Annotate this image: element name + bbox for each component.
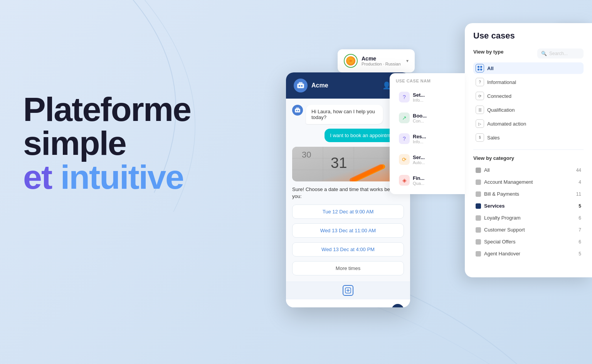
cat-services-count: 5 [579, 203, 581, 209]
uc-icon-1: ? [399, 92, 410, 102]
cat-support-dot [476, 227, 481, 233]
type-sales-icon: ＄ [476, 133, 484, 142]
cat-loyalty-label: Loyalty Program [484, 215, 521, 221]
svg-rect-10 [296, 107, 299, 110]
type-connected[interactable]: ⟳ Connected [473, 90, 584, 102]
uc-text-3: Res... Info... [413, 134, 426, 144]
use-case-card-5[interactable]: ◈ Fin... Qua... [396, 172, 459, 189]
type-sales-label: Sales [487, 135, 500, 141]
type-connected-label: Connected [487, 93, 511, 99]
cat-services-label: Services [484, 203, 505, 209]
chat-input-bar [286, 299, 410, 307]
uc-sub-4: Auto... [413, 160, 425, 165]
type-all[interactable]: All [473, 62, 584, 74]
cat-support[interactable]: Customer Support 7 [473, 225, 584, 235]
view-by-category-label: View by category [473, 155, 584, 161]
cat-loyalty-dot [476, 215, 481, 221]
cat-all-label: All [484, 167, 489, 173]
svg-rect-30 [480, 69, 482, 70]
svg-point-11 [296, 110, 297, 111]
svg-point-12 [298, 110, 299, 111]
type-sales[interactable]: ＄ Sales [473, 132, 584, 143]
type-connected-icon: ⟳ [476, 92, 484, 100]
type-qualification[interactable]: ☰ Qualification [473, 104, 584, 116]
cat-loyalty-count: 6 [579, 215, 581, 221]
svg-rect-6 [299, 82, 303, 85]
svg-rect-27 [478, 66, 479, 68]
type-info-icon: ? [476, 78, 484, 86]
cat-loyalty[interactable]: Loyalty Program 6 [473, 213, 584, 223]
cat-account-dot [476, 179, 481, 185]
cat-bill-count: 11 [576, 191, 581, 197]
use-case-cards-panel: Use case nam ? Set... Info... ↗ Boo... C… [390, 73, 465, 194]
user-message-1: I want to book an appointment. [292, 129, 404, 142]
svg-text:31: 31 [331, 155, 347, 171]
send-button[interactable] [392, 304, 404, 307]
chat-input[interactable] [292, 307, 388, 307]
acme-selector[interactable]: Acme Production · Russian ▾ [338, 49, 415, 72]
use-case-name-header: Use case nam [396, 79, 459, 83]
hero-line3-intuitive: intuitive [61, 158, 183, 196]
uc-name-3: Res... [413, 134, 426, 139]
cat-services[interactable]: Services 5 [473, 201, 584, 211]
cat-all-dot [476, 168, 481, 173]
svg-text:30: 30 [302, 150, 311, 159]
hero-line3-et: et [23, 158, 61, 196]
type-automated-icon: ▷ [476, 119, 484, 128]
more-times-button[interactable]: More times [292, 261, 404, 275]
hero-line3: et intuitive [23, 160, 191, 194]
cat-account[interactable]: Account Management 4 [473, 177, 584, 187]
view-by-type-section: View by type 🔍 Search... All ? [473, 49, 584, 143]
svg-point-7 [299, 85, 300, 87]
chat-header-name: Acme [311, 82, 378, 89]
cat-handover-label: Agent Handover [484, 251, 520, 257]
use-case-card-4[interactable]: ⟳ Ser... Auto... [396, 151, 459, 168]
calendar-image: 30 31 [292, 147, 404, 181]
acme-dropdown-icon[interactable]: ▾ [406, 58, 409, 64]
cat-handover[interactable]: Agent Handover 5 [473, 248, 584, 259]
cat-handover-count: 5 [579, 251, 581, 257]
search-placeholder: Search... [549, 51, 568, 56]
attachment-bar [286, 282, 410, 299]
use-cases-title: Use cases [473, 31, 584, 41]
type-qualification-label: Qualification [487, 107, 515, 113]
cat-offers[interactable]: Special Offers 6 [473, 237, 584, 247]
hero-line1: Plateforme [23, 92, 191, 126]
uc-sub-2: Con... [413, 119, 427, 123]
type-automated[interactable]: ▷ Automated action [473, 118, 584, 129]
view-by-category-section: View by category All 44 Account Manageme… [473, 155, 584, 259]
cat-bill[interactable]: Bill & Payments 11 [473, 189, 584, 199]
acme-logo [344, 54, 358, 68]
bot-schedule-text: Sure! Choose a date and time that works … [292, 186, 404, 200]
uc-name-1: Set... [413, 92, 425, 98]
hero-text: Plateforme simple et intuitive [23, 92, 191, 194]
cat-bill-dot [476, 191, 481, 197]
time-slot-2[interactable]: Wed 13 Dec at 11:00 AM [292, 223, 404, 238]
time-slot-1[interactable]: Tue 12 Dec at 9:00 AM [292, 205, 404, 219]
cat-bill-label: Bill & Payments [484, 191, 519, 197]
time-slot-3[interactable]: Wed 13 Dec at 4:00 PM [292, 242, 404, 257]
acme-subtitle: Production · Russian [362, 62, 402, 66]
use-cases-panel: Use cases View by type 🔍 Search... [465, 23, 592, 277]
cat-all-count: 44 [576, 168, 581, 173]
uc-icon-4: ⟳ [399, 154, 410, 165]
svg-point-8 [301, 85, 303, 87]
uc-name-2: Boo... [413, 113, 427, 119]
cat-support-count: 7 [579, 227, 581, 233]
acme-info: Acme Production · Russian [362, 55, 402, 66]
use-case-card-3[interactable]: ? Res... Info... [396, 130, 459, 147]
bot-bubble-1: Hi Laura, how can I help you today? [306, 105, 383, 124]
use-case-card-1[interactable]: ? Set... Info... [396, 89, 459, 106]
attachment-icon[interactable] [343, 285, 353, 296]
type-informational[interactable]: ? Informational [473, 76, 584, 88]
bot-message-1: Hi Laura, how can I help you today? [292, 105, 404, 124]
cat-offers-dot [476, 239, 481, 245]
type-qualification-icon: ☰ [476, 106, 484, 114]
search-box[interactable]: 🔍 Search... [537, 49, 584, 59]
cat-all[interactable]: All 44 [473, 165, 584, 175]
type-info-label: Informational [487, 79, 516, 85]
use-case-card-2[interactable]: ↗ Boo... Con... [396, 109, 459, 126]
type-all-icon [476, 64, 484, 72]
type-list: All ? Informational ⟳ Connected ☰ Qualif… [473, 62, 584, 143]
uc-name-5: Fin... [413, 175, 424, 181]
